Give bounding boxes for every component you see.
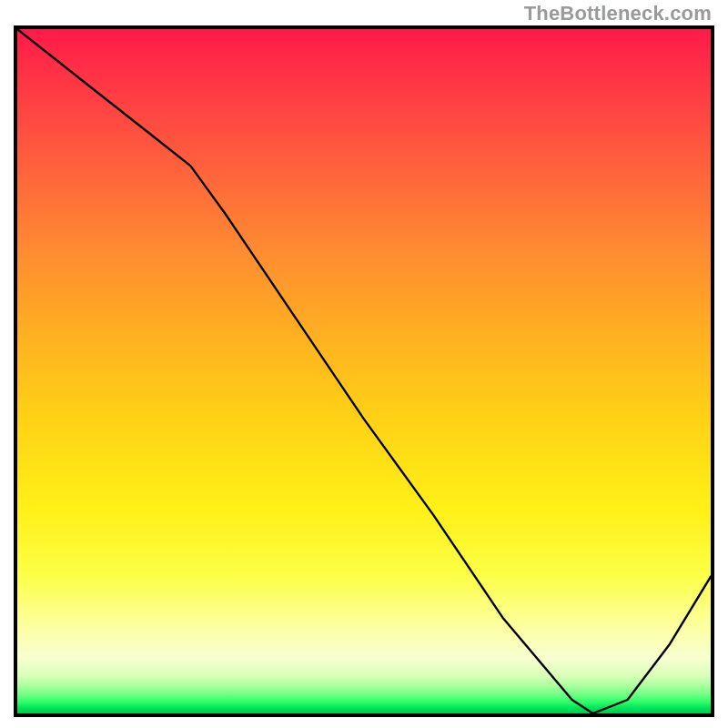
- plot-area: [14, 25, 714, 717]
- watermark-text: TheBottleneck.com: [524, 2, 712, 25]
- chart-line-layer: [17, 29, 711, 713]
- bottleneck-curve: [17, 29, 711, 713]
- chart-root: TheBottleneck.com: [0, 0, 728, 728]
